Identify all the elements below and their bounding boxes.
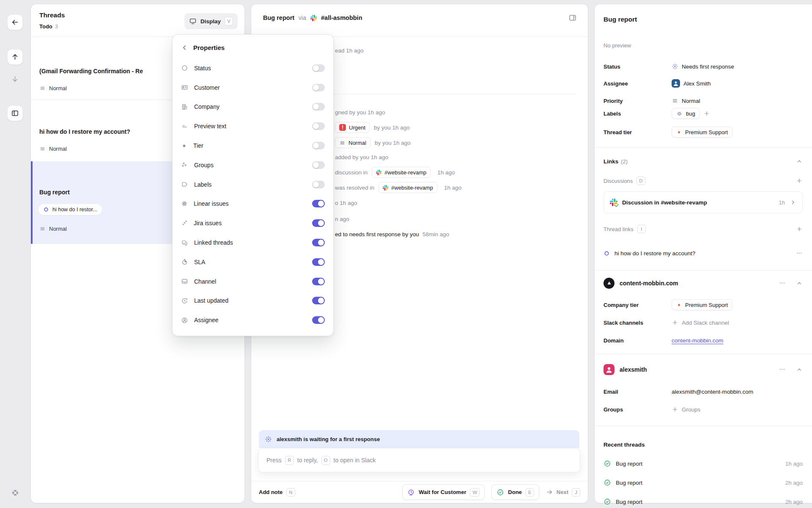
- ellipsis-icon: [779, 279, 786, 287]
- chevron-left-icon[interactable]: [181, 44, 188, 51]
- domain-link[interactable]: content-mobbin.com: [672, 337, 723, 344]
- tier-chip[interactable]: Premium Support: [672, 127, 732, 138]
- labels-toggle[interactable]: [312, 181, 325, 188]
- sidebar-toggle-button[interactable]: [7, 105, 23, 121]
- tier-toggle[interactable]: [312, 142, 325, 149]
- urgent-icon: [339, 124, 346, 131]
- discussion-link-card[interactable]: Discussion in #website-revamp 1h: [604, 191, 803, 213]
- linked-threads-toggle[interactable]: [312, 239, 325, 246]
- collapse-company-button[interactable]: [796, 280, 803, 287]
- company-logo: [604, 278, 614, 289]
- reply-composer[interactable]: Press R to reply, O to open in Slack: [258, 448, 580, 472]
- property-row-status[interactable]: Status: [181, 58, 325, 78]
- add-groups-button[interactable]: Groups: [672, 406, 700, 413]
- thread-tier-row: Thread tier Premium Support: [604, 127, 803, 137]
- priority-value[interactable]: Normal: [672, 97, 700, 104]
- urgent-chip[interactable]: Urgent: [335, 122, 370, 133]
- property-row-assignee[interactable]: Assignee: [181, 310, 325, 330]
- add-note-button[interactable]: Add note N: [259, 488, 295, 497]
- property-row-last-updated[interactable]: Last updated: [181, 291, 325, 311]
- customer-menu-button[interactable]: [779, 366, 786, 373]
- linear-issues-toggle[interactable]: [312, 200, 325, 207]
- slack-channel-chip[interactable]: #website-revamp: [372, 167, 431, 178]
- normal-chip[interactable]: Normal: [335, 137, 370, 148]
- channel-toggle[interactable]: [312, 278, 325, 285]
- done-button[interactable]: Done E: [491, 484, 539, 500]
- priority-lines-icon: [39, 146, 46, 152]
- check-circle-icon: [497, 489, 504, 496]
- display-button[interactable]: Display V: [184, 13, 238, 29]
- next-button[interactable]: Next J: [546, 488, 580, 497]
- scroll-down-button[interactable]: [7, 71, 23, 87]
- wait-for-customer-button[interactable]: Wait for Customer W: [402, 484, 485, 500]
- threads-title: Threads: [39, 11, 65, 19]
- feed-event: o 1h ago: [335, 199, 357, 207]
- help-button[interactable]: [7, 485, 23, 500]
- thread-link-item[interactable]: hi how do I restore my account?: [604, 248, 803, 258]
- add-thread-link-button[interactable]: [796, 226, 803, 232]
- sla-toggle[interactable]: [312, 258, 325, 266]
- add-slack-channel-button[interactable]: Add Slack channel: [672, 319, 729, 326]
- tier-diamond-icon: [181, 143, 187, 149]
- property-row-channel[interactable]: Channel: [181, 272, 325, 291]
- property-row-sla[interactable]: SLA: [181, 252, 325, 272]
- collapse-customer-button[interactable]: [796, 366, 803, 373]
- status-toggle[interactable]: [312, 64, 325, 72]
- sidebar-panel-icon: [11, 109, 19, 117]
- linked-thread-chip[interactable]: hi how do I restor...: [38, 204, 102, 215]
- property-row-labels[interactable]: Labels: [181, 175, 325, 194]
- thread-priority: Normal: [39, 84, 67, 92]
- monitor-icon: [189, 17, 197, 25]
- last-updated-toggle[interactable]: [312, 297, 325, 304]
- property-row-company[interactable]: Company: [181, 97, 325, 117]
- thread-actions-bar: Add note N Wait for Customer W Done E Ne…: [251, 481, 588, 503]
- add-discussion-button[interactable]: [796, 177, 803, 184]
- recent-thread-item[interactable]: Bug report 2h ago: [604, 497, 803, 506]
- reply-shortcut-key: R: [285, 456, 294, 465]
- threads-header: Threads Todo3 Display V: [31, 4, 244, 37]
- assignee-toggle[interactable]: [312, 316, 325, 324]
- toggle-details-panel-button[interactable]: [568, 14, 577, 22]
- jira-issues-toggle[interactable]: [312, 219, 325, 227]
- slack-channel-chip[interactable]: #website-revamp: [379, 182, 437, 193]
- threads-todo-tab[interactable]: Todo3: [39, 23, 58, 30]
- email-value: alexsmith@content-mobbin.com: [672, 389, 753, 395]
- company-menu-button[interactable]: [779, 279, 786, 287]
- property-row-groups[interactable]: Groups: [181, 155, 325, 175]
- todo-label: Todo: [39, 23, 52, 30]
- assignee-value[interactable]: Alex Smith: [672, 79, 711, 88]
- recent-thread-item[interactable]: Bug report 2h ago: [604, 478, 803, 487]
- company-toggle[interactable]: [312, 103, 325, 110]
- property-row-linear-issues[interactable]: Linear issues: [181, 194, 325, 214]
- recent-thread-item[interactable]: Bug report 1h ago: [604, 459, 803, 468]
- groups-toggle[interactable]: [312, 161, 325, 169]
- details-title: Bug report: [604, 16, 637, 23]
- property-row-tier[interactable]: Tier: [181, 136, 325, 155]
- life-buoy-icon: [11, 489, 19, 497]
- thread-priority: Normal: [39, 224, 67, 233]
- jira-logo-icon: [181, 220, 188, 226]
- arrow-down-icon: [11, 75, 19, 83]
- label-chip-bug[interactable]: bug: [672, 108, 700, 119]
- left-rail: [0, 0, 30, 508]
- customer-avatar: [604, 364, 614, 375]
- add-label-button[interactable]: [703, 110, 710, 117]
- tier-diamond-icon: [676, 302, 682, 308]
- company-section-header: content-mobbin.com: [604, 277, 803, 289]
- collapse-links-button[interactable]: [796, 158, 803, 165]
- property-row-preview-text[interactable]: Preview text: [181, 116, 325, 136]
- property-row-jira-issues[interactable]: Jira issues: [181, 213, 325, 233]
- assignee-avatar: [672, 79, 680, 88]
- thread-priority: Normal: [39, 144, 67, 153]
- property-row-linked-threads[interactable]: Linked threads: [181, 233, 325, 252]
- preview-text-toggle[interactable]: [312, 122, 325, 130]
- scroll-up-button[interactable]: [7, 49, 23, 65]
- customer-toggle[interactable]: [312, 84, 325, 91]
- linked-threads-icon: [181, 239, 188, 246]
- status-row: Status Needs first response: [604, 62, 803, 71]
- company-tier-chip[interactable]: Premium Support: [672, 299, 732, 310]
- property-row-customer[interactable]: Customer: [181, 78, 325, 97]
- back-button[interactable]: [7, 14, 23, 30]
- thread-link-menu-button[interactable]: [796, 250, 803, 257]
- status-value[interactable]: Needs first response: [672, 63, 734, 70]
